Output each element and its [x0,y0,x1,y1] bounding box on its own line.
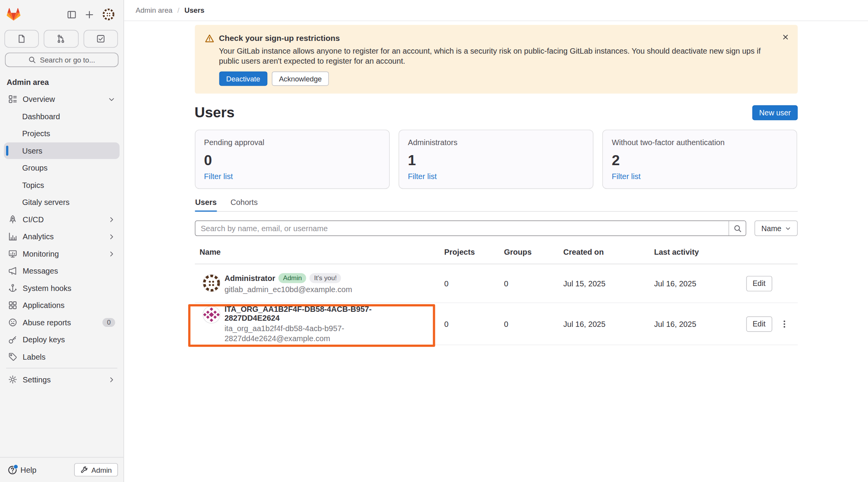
filter-list-link[interactable]: Filter list [204,172,380,181]
sidebar-item-label: System hooks [23,284,71,293]
page-title: Users [195,103,235,121]
sidebar-item-projects[interactable]: Projects [4,125,120,142]
chevron-right-icon [108,233,115,240]
stat-card-pending-approval: Pending approval 0 Filter list [195,130,390,189]
gear-icon [8,375,17,384]
more-actions-kebab-button[interactable] [779,318,790,330]
chevron-down-icon [108,96,115,103]
sidebar-item-label: Abuse reports [23,318,71,327]
sidebar-collapse-button[interactable] [66,8,78,20]
admin-badge: Admin [279,273,307,283]
sidebar-item-users[interactable]: Users [4,142,120,159]
column-header-projects: Projects [444,248,504,257]
projects-count: 0 [444,279,504,288]
column-header-groups: Groups [504,248,563,257]
sidebar-item-cicd[interactable]: CI/CD [4,211,120,228]
user-search-input[interactable] [195,221,729,235]
filter-list-link[interactable]: Filter list [408,172,584,181]
sidebar-item-abuse-reports[interactable]: Abuse reports 0 [4,314,120,331]
sidebar-item-topics[interactable]: Topics [4,177,120,193]
sidebar-item-deploy-keys[interactable]: Deploy keys [4,331,120,348]
alert-title: Check your sign-up restrictions [219,33,775,44]
sidebar-divider [6,368,118,368]
stat-label: Without two-factor authentication [612,138,788,147]
table-row-ita-org-user: ITA_ORG_AA1B2F4F-DB58-4ACB-B957-2827DD4E… [195,303,797,345]
breadcrumb: Admin area / Users [124,0,868,21]
gitlab-admin-app: Search or go to... Admin area Overview D… [0,0,868,482]
sidebar-footer: Help Admin [0,457,123,482]
sidebar-item-labels[interactable]: Labels [4,348,120,365]
sidebar-item-analytics[interactable]: Analytics [4,228,120,245]
last-activity-date: Jul 16, 2025 [654,279,746,288]
search-or-go-to[interactable]: Search or go to... [5,52,118,67]
sidebar-item-system-hooks[interactable]: System hooks [4,280,120,296]
user-email: gitlab_admin_ec10bd@example.com [224,284,352,294]
sidebar-item-label: Projects [22,129,50,138]
deactivate-button[interactable]: Deactivate [219,71,268,86]
filter-list-link[interactable]: Filter list [612,172,788,181]
edit-user-button[interactable]: Edit [746,316,772,331]
user-stats-cards: Pending approval 0 Filter list Administr… [195,130,797,189]
gitlab-logo-icon[interactable] [7,8,20,21]
active-indicator [6,146,8,156]
sort-dropdown-button[interactable]: Name [755,220,797,236]
tab-users[interactable]: Users [195,195,217,211]
stat-value: 0 [204,152,380,169]
sidebar-item-overview[interactable]: Overview [4,91,120,107]
admin-mode-button[interactable]: Admin [74,463,118,476]
sidebar-item-label: Analytics [23,232,54,241]
sidebar-nav: Overview Dashboard Projects Users Groups… [0,90,123,457]
sidebar-item-settings[interactable]: Settings [4,371,120,388]
sidebar-item-groups[interactable]: Groups [4,159,120,176]
breadcrumb-separator: / [177,6,179,15]
created-on-date: Jul 15, 2025 [563,279,654,288]
chevron-right-icon [108,250,115,257]
edit-user-button[interactable]: Edit [746,276,772,291]
tab-cohorts[interactable]: Cohorts [230,195,258,211]
ita-org-user-avatar [202,306,220,323]
user-menu-button[interactable] [101,7,116,22]
sidebar-item-label: Users [22,146,42,155]
acknowledge-button[interactable]: Acknowledge [272,71,329,86]
sidebar-item-gitaly-servers[interactable]: Gitaly servers [4,194,120,210]
sidebar-item-label: Deploy keys [23,335,65,344]
sidebar-item-label: Labels [23,352,46,361]
overview-icon [8,95,17,103]
alert-close-button[interactable] [780,32,790,42]
merge-requests-shortcut-button[interactable] [44,30,78,48]
notification-dot [13,464,18,469]
frown-face-icon [8,318,17,327]
sidebar-item-dashboard[interactable]: Dashboard [4,108,120,125]
column-header-created-on: Created on [563,248,654,257]
search-submit-button[interactable] [729,221,746,235]
help-label: Help [20,465,36,474]
abuse-reports-count-badge: 0 [103,318,115,327]
breadcrumb-admin-area[interactable]: Admin area [136,6,172,15]
user-name-link[interactable]: ITA_ORG_AA1B2F4F-DB58-4ACB-B957-2827DD4E… [224,304,385,322]
main-area: Admin area / Users Chec [124,0,868,482]
panel-left-icon [67,10,76,19]
sidebar-item-label: Overview [23,95,55,103]
user-name-link[interactable]: Administrator [224,273,275,282]
chevron-down-icon [785,225,791,232]
megaphone-icon [8,267,17,276]
chevron-right-icon [108,376,115,383]
new-user-button[interactable]: New user [753,105,797,120]
todos-shortcut-button[interactable] [83,30,118,48]
user-search-box [195,220,747,236]
sidebar-item-messages[interactable]: Messages [4,262,120,279]
user-avatar [103,8,115,21]
create-new-button[interactable] [84,8,95,20]
sidebar-item-label: CI/CD [23,215,44,224]
sidebar-item-applications[interactable]: Applications [4,297,120,313]
help-button[interactable]: Help [8,465,36,474]
sidebar-item-monitoring[interactable]: Monitoring [4,245,120,262]
search-icon [733,224,742,233]
issues-shortcut-button[interactable] [4,30,39,48]
stat-value: 1 [408,152,584,169]
stat-label: Administrators [408,138,584,147]
projects-count: 0 [444,320,504,328]
super-sidebar: Search or go to... Admin area Overview D… [0,0,124,482]
wrench-icon [80,466,88,474]
tag-icon [8,352,17,361]
